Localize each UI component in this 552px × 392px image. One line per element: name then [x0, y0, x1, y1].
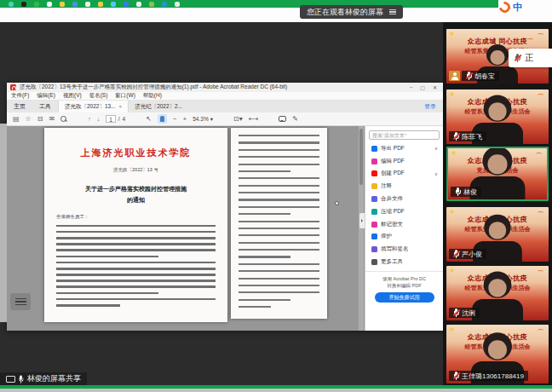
pdf-page-1: 上海济光职业技术学院 济光政〔2022〕13 号 关于进一步严格落实校园封控管理… — [44, 128, 227, 322]
participant-name-label: 沈俐 — [449, 308, 480, 318]
window-left-edge — [0, 124, 7, 322]
taskbar-app-icon[interactable] — [47, 2, 52, 7]
tool-compress-pdf[interactable]: 压缩 PDF — [365, 205, 443, 218]
acrobat-window: 济光政〔2022〕13号关于进一步严格落实校园封控管理措施的通知(1).pdf … — [7, 83, 443, 331]
acrobat-toolbar: ▤ ☆ ⊟ ✉ ↑ ↓ 1 / 4 ↖ − + 54.3% ▾ ⊡▾ ⟷ — [7, 112, 443, 126]
zoom-in-icon[interactable]: + — [183, 115, 187, 123]
tool-label: 注释 — [381, 182, 392, 190]
tab-tools[interactable]: 工具 — [32, 101, 58, 112]
menu-sign[interactable]: 签名(S) — [89, 92, 108, 100]
speaking-popup: 正 — [509, 49, 552, 67]
participant-tile[interactable]: ★ 众志成城 同心抗疫 经管系党总支组织生活会 陈菲飞 — [446, 89, 549, 144]
page-fit-icon[interactable]: ⊡▾ — [233, 115, 243, 123]
taskbar-app-icon[interactable] — [136, 2, 141, 7]
watching-banner[interactable]: 您正在观看林俊的屏幕 — [300, 5, 403, 19]
page-total: 4 — [123, 116, 126, 122]
promo-line2: 转换和编辑 PDF — [365, 282, 443, 289]
search-icon[interactable] — [60, 116, 67, 123]
signin-button[interactable]: 登录 — [424, 101, 443, 112]
hand-tool-icon[interactable] — [158, 114, 167, 124]
tool-fill-sign[interactable]: 填写和签名 — [365, 243, 443, 256]
comment-icon[interactable] — [279, 116, 286, 122]
menu-view[interactable]: 视图(V) — [63, 92, 82, 100]
taskbar-app-icon[interactable] — [175, 2, 180, 7]
page-up-icon[interactable]: ↑ — [88, 116, 91, 122]
app-logo: 中 — [499, 1, 522, 14]
minimize-button[interactable]: – — [410, 84, 412, 90]
taskbar-app-icon[interactable] — [72, 2, 78, 7]
menu-edit[interactable]: 编辑(E) — [37, 92, 55, 100]
participant-name-label: 胡春宝 — [462, 71, 499, 81]
taskbar-app-icon[interactable] — [34, 2, 39, 7]
tool-combine-files[interactable]: 合并文件 — [365, 193, 443, 205]
tools-search-input[interactable] — [369, 130, 440, 140]
menu-help[interactable]: 帮助(H) — [143, 92, 162, 100]
print-icon[interactable]: ⊟ — [37, 115, 43, 123]
participant-tile[interactable]: ★ 众志成城 同心抗疫 经管系党总支组织生活会 严小俊 — [446, 207, 549, 262]
taskbar-app-icon[interactable] — [111, 2, 116, 7]
meeting-screen: 中 您正在观看林俊的屏幕 正 ★ 众志成城 同心抗疫 经管系党总支组织生活会 胡… — [0, 0, 552, 392]
taskbar-app-icon[interactable] — [162, 2, 167, 7]
chevron-down-icon[interactable]: ∨ — [434, 171, 438, 176]
participant-tile-active-speaker[interactable]: ★ 众志成城 同心抗疫 党员组织生活会 林俊 — [446, 147, 549, 201]
participant-tile[interactable]: ★ 众志成城 同心抗疫 经管系党总支组织生活会 王佳璐13061788419 — [446, 325, 549, 383]
banner-menu-icon[interactable] — [389, 9, 396, 15]
select-tool-icon[interactable]: ↖ — [146, 115, 152, 123]
tool-export-pdf[interactable]: 导出 PDF ∨ — [365, 142, 443, 155]
read-mode-icon[interactable]: ⟷ — [249, 115, 258, 123]
star-icon[interactable]: ☆ — [26, 115, 32, 123]
zoom-out-icon[interactable]: − — [173, 115, 177, 123]
taskbar-app-icon[interactable] — [124, 2, 129, 7]
zoom-level-dropdown[interactable]: 54.3% ▾ — [193, 116, 213, 123]
save-icon[interactable]: ▤ — [13, 115, 20, 123]
mail-icon[interactable]: ✉ — [49, 115, 55, 123]
document-number: 济光政〔2022〕13 号 — [56, 167, 216, 173]
scrollbar-thumb[interactable] — [359, 129, 363, 185]
taskbar-app-icon[interactable] — [149, 2, 154, 7]
acrobat-promo: 使用 Acrobat Pro DC 转换和编辑 PDF — [365, 271, 443, 290]
participant-name: 王佳璐13061788419 — [462, 372, 524, 381]
close-button[interactable]: ✕ — [433, 84, 437, 90]
acrobat-titlebar[interactable]: 济光政〔2022〕13号关于进一步严格落实校园封控管理措施的通知(1).pdf … — [7, 83, 443, 92]
participant-name-label: 陈菲飞 — [449, 131, 486, 141]
combine-files-icon — [371, 196, 377, 202]
maximize-button[interactable]: ▢ — [420, 84, 425, 90]
taskbar-app-icon[interactable] — [98, 2, 103, 7]
tool-more-tools[interactable]: 更多工具 — [365, 256, 443, 268]
taskbar-app-icon[interactable] — [60, 2, 65, 7]
page-indicator[interactable]: 1 / 4 — [106, 115, 125, 123]
free-trial-button[interactable]: 开始免费试用 — [375, 292, 434, 303]
muted-mic-icon — [453, 372, 459, 380]
chevron-down-icon[interactable]: ∨ — [434, 146, 438, 151]
doc-tab-active[interactable]: 济光政〔2022〕13... × — [58, 101, 129, 112]
create-pdf-icon — [371, 170, 377, 176]
participant-tile[interactable]: ★ 众志成城 同心抗疫 经管系党总支组织生活会 沈俐 — [446, 266, 549, 320]
acrobat-app-icon — [10, 84, 16, 90]
tool-edit-pdf[interactable]: 编辑 PDF — [365, 155, 443, 168]
speaking-popup-text: 正 — [525, 52, 533, 64]
more-tools-icon — [371, 259, 377, 265]
page-current[interactable]: 1 — [106, 115, 116, 123]
taskbar-app-icon[interactable] — [9, 2, 14, 7]
participant-name-label: 王佳璐13061788419 — [449, 371, 528, 381]
tool-redact[interactable]: 标记密文 — [365, 218, 443, 231]
fill-sign-icon[interactable]: ✎ — [292, 115, 298, 123]
tab-close-icon[interactable]: × — [119, 104, 123, 109]
menu-window[interactable]: 窗口(W) — [115, 92, 135, 100]
tool-create-pdf[interactable]: 创建 PDF ∨ — [365, 168, 443, 181]
taskbar-app-icon[interactable] — [85, 2, 90, 7]
tool-protect[interactable]: 保护 — [365, 231, 443, 244]
floating-menu-button[interactable] — [10, 293, 31, 310]
panel-collapse-handle[interactable] — [359, 213, 365, 228]
page-down-icon[interactable]: ↓ — [97, 116, 101, 122]
document-scrollbar[interactable] — [359, 126, 364, 331]
taskbar-app-icon[interactable] — [21, 2, 26, 7]
tab-home[interactable]: 主页 — [7, 101, 32, 112]
screen-share-bar[interactable]: 林俊的屏幕共享 — [0, 372, 87, 385]
tool-label: 合并文件 — [381, 195, 403, 203]
tool-label: 导出 PDF — [381, 145, 405, 153]
doc-tab-inactive[interactable]: 济光纪〔2022〕2... — [129, 101, 188, 112]
menu-file[interactable]: 文件(F) — [11, 92, 29, 100]
tool-comment[interactable]: 注释 — [365, 180, 443, 193]
document-view[interactable]: 上海济光职业技术学院 济光政〔2022〕13 号 关于进一步严格落实校园封控管理… — [7, 126, 365, 331]
